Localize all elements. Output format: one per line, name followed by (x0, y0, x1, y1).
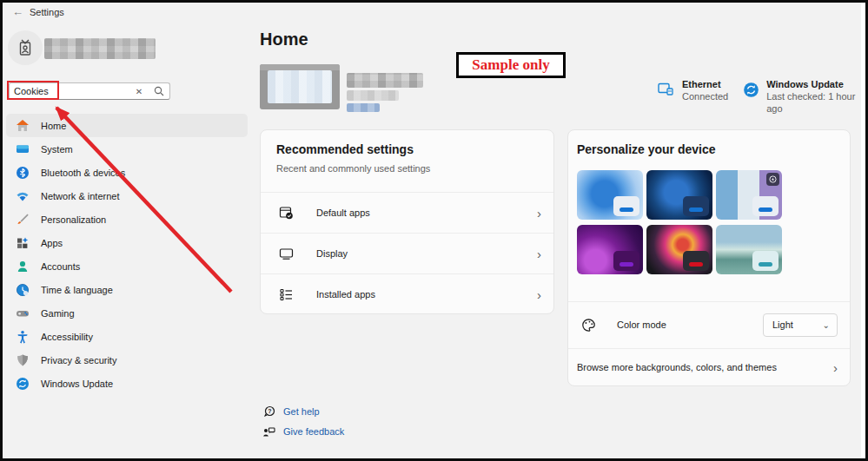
personalize-title: Personalize your device (577, 142, 716, 156)
brush-icon (15, 212, 30, 227)
row-display[interactable]: Display › (261, 233, 553, 273)
back-arrow-icon[interactable]: ← (12, 5, 23, 18)
windows-update-subtitle: Last checked: 1 hour ago (766, 90, 865, 115)
color-mode-value: Light (772, 319, 823, 330)
rename-link-blurred[interactable] (347, 103, 380, 112)
color-mode-dropdown[interactable]: Light ⌄ (763, 313, 838, 337)
sidebar-item-label: Privacy & security (41, 355, 116, 366)
display-icon (278, 246, 294, 261)
window-edge-strip (861, 3, 865, 458)
sidebar-item-label: Time & language (41, 285, 113, 295)
sidebar-item-label: Personalization (41, 214, 106, 225)
ethernet-icon (656, 80, 675, 99)
gamepad-icon (15, 306, 30, 320)
bluetooth-icon (15, 165, 30, 180)
recommended-settings-card: Recommended settings Recent and commonly… (260, 129, 554, 314)
id-badge-icon (16, 38, 35, 57)
device-thumbnail (260, 64, 340, 109)
apps-icon (15, 235, 30, 250)
shield-icon (15, 352, 30, 367)
color-mode-row: Color mode Light ⌄ (568, 302, 850, 347)
chevron-right-icon: › (537, 247, 541, 260)
sidebar-nav: Home System Bluetooth & devices Network … (6, 114, 248, 395)
sidebar-item-bluetooth[interactable]: Bluetooth & devices (6, 161, 248, 184)
recommended-subtitle: Recent and commonly used settings (276, 163, 538, 174)
give-feedback-icon (262, 425, 275, 438)
get-help-link[interactable]: ? Get help (262, 405, 320, 418)
sidebar-item-label: Windows Update (41, 379, 113, 389)
sidebar-item-system[interactable]: System (6, 137, 248, 161)
color-mode-icon (580, 317, 596, 333)
user-name-blurred (44, 38, 156, 59)
row-installed-apps[interactable]: Installed apps › (261, 273, 553, 314)
default-apps-icon (278, 205, 294, 221)
chevron-right-icon: › (537, 288, 541, 301)
sidebar-item-apps[interactable]: Apps (6, 231, 248, 254)
search-icon[interactable] (149, 86, 169, 96)
give-feedback-link[interactable]: Give feedback (262, 425, 344, 438)
avatar[interactable] (8, 30, 43, 65)
sidebar-item-accessibility[interactable]: Accessibility (6, 325, 248, 348)
sidebar-item-label: Gaming (41, 308, 75, 319)
give-feedback-label: Give feedback (283, 426, 344, 437)
sidebar-item-label: Apps (41, 238, 63, 248)
sidebar-item-label: Network & internet (41, 191, 119, 201)
theme-tiles (577, 170, 785, 274)
windows-update-icon (742, 80, 759, 99)
home-icon (15, 118, 30, 133)
theme-tile-light-bloom[interactable] (577, 170, 643, 220)
sidebar-item-label: System (41, 144, 73, 155)
device-name-blurred (347, 73, 423, 88)
theme-tile-ribbons[interactable] (646, 225, 712, 274)
ethernet-title: Ethernet (682, 79, 728, 90)
sidebar-item-gaming[interactable]: Gaming (6, 301, 248, 325)
installed-apps-icon (278, 286, 294, 302)
browse-themes-row[interactable]: Browse more backgrounds, colors, and the… (568, 348, 850, 386)
annotation-red-rectangle (7, 81, 59, 100)
sidebar-item-label: Bluetooth & devices (41, 168, 125, 178)
sidebar-item-label: Home (41, 121, 66, 131)
get-help-label: Get help (283, 406, 320, 417)
windows-update-status[interactable]: Windows Update Last checked: 1 hour ago (742, 79, 865, 115)
clock-icon (15, 282, 30, 297)
color-mode-label: Color mode (617, 319, 763, 330)
row-label: Installed apps (316, 289, 537, 300)
svg-text:?: ? (268, 408, 271, 414)
theme-tile-dark-bloom[interactable] (646, 170, 712, 220)
clear-search-icon[interactable]: ✕ (129, 87, 149, 96)
accounts-icon (15, 259, 30, 273)
theme-tile-purple-glow[interactable] (577, 225, 643, 274)
chevron-down-icon: ⌄ (823, 320, 830, 330)
app-title: Settings (30, 7, 64, 17)
theme-tile-landscape[interactable] (716, 225, 782, 274)
sidebar-item-privacy[interactable]: Privacy & security (6, 348, 248, 372)
get-help-icon: ? (262, 405, 275, 418)
sample-only-label: Sample only (472, 56, 549, 74)
sidebar-item-time-language[interactable]: Time & language (6, 278, 248, 301)
update-icon (15, 376, 30, 391)
sidebar-item-windows-update[interactable]: Windows Update (6, 372, 248, 395)
row-default-apps[interactable]: Default apps › (261, 192, 553, 233)
system-icon (15, 142, 30, 156)
theme-tile-spotlight[interactable] (716, 170, 782, 220)
settings-window: ← Settings Cookies ✕ Home System Bluet (0, 0, 868, 461)
sidebar-item-home[interactable]: Home (6, 114, 248, 137)
page-title: Home (260, 30, 308, 49)
sample-only-annotation: Sample only (456, 52, 566, 78)
sidebar-item-network[interactable]: Network & internet (6, 184, 248, 207)
chevron-right-icon: › (833, 361, 838, 374)
ethernet-subtitle: Connected (682, 90, 728, 102)
device-spec-blurred (347, 90, 399, 101)
accessibility-icon (15, 329, 30, 344)
sidebar-item-label: Accounts (41, 261, 80, 272)
row-label: Display (316, 248, 537, 259)
sidebar-item-accounts[interactable]: Accounts (6, 254, 248, 278)
sidebar-item-personalization[interactable]: Personalization (6, 207, 248, 231)
chevron-right-icon: › (537, 207, 541, 220)
recommended-title: Recommended settings (276, 142, 538, 156)
spotlight-icon (766, 173, 779, 186)
ethernet-status[interactable]: Ethernet Connected (656, 79, 728, 102)
windows-update-title: Windows Update (766, 79, 865, 90)
row-label: Default apps (316, 207, 537, 218)
sidebar-item-label: Accessibility (41, 332, 93, 342)
